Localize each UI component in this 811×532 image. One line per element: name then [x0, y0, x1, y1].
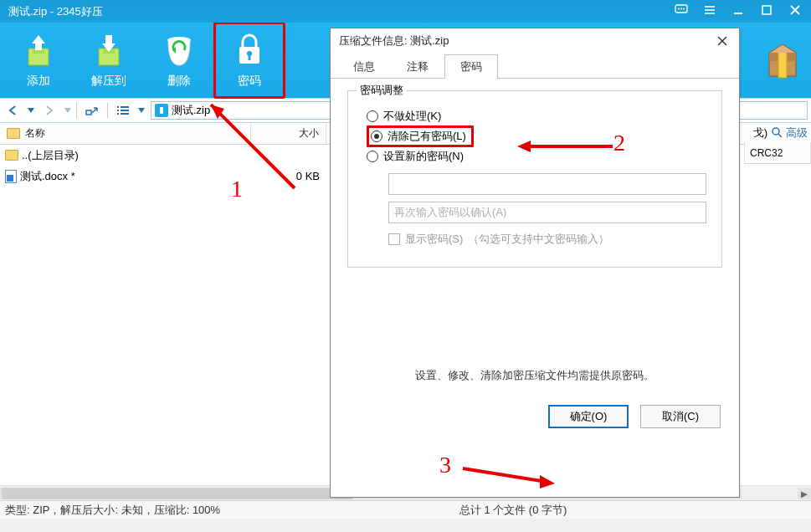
status-bar: 类型: ZIP，解压后大小: 未知，压缩比: 100% 总计 1 个文件 (0 … [0, 500, 811, 519]
back-button[interactable] [0, 99, 25, 122]
tab-info[interactable]: 信息 [337, 54, 391, 79]
group-legend: 密码调整 [357, 83, 407, 98]
dialog-body: 密码调整 不做处理(K) 清除已有密码(L) 设置新的密码(N) 再次输入密码以… [331, 79, 739, 391]
dialog-titlebar: 压缩文件信息: 测试.zip [331, 28, 739, 54]
extract-button[interactable]: 解压到 [74, 23, 144, 98]
scroll-right-arrow[interactable]: ► [798, 488, 811, 499]
status-left: 类型: ZIP，解压后大小: 未知，压缩比: 100% [5, 503, 220, 518]
close-button[interactable] [781, 0, 809, 20]
svg-line-31 [778, 134, 782, 137]
delete-label: 删除 [167, 74, 191, 89]
maximize-button[interactable] [752, 0, 781, 20]
docx-icon [5, 170, 17, 183]
svg-line-34 [211, 105, 295, 188]
delete-button[interactable]: 删除 [144, 23, 214, 98]
password-label: 密码 [238, 74, 261, 89]
trash-icon [159, 32, 199, 69]
password-confirm-field[interactable]: 再次输入密码以确认(A) [388, 202, 706, 223]
annotation-2: 2 [613, 130, 625, 156]
lock-icon [229, 32, 269, 69]
annotation-arrow-1 [194, 92, 311, 192]
password-group: 密码调整 不做处理(K) 清除已有密码(L) 设置新的密码(N) 再次输入密码以… [347, 90, 722, 268]
svg-rect-21 [778, 49, 787, 78]
extract-label: 解压到 [91, 74, 126, 89]
radio-icon [371, 130, 382, 142]
annotation-1: 1 [231, 176, 243, 202]
dialog-close-button[interactable] [714, 33, 731, 49]
col-name-label: 名称 [25, 126, 45, 141]
folder-icon [5, 150, 18, 161]
col-crc-label: CRC32 [750, 147, 783, 159]
password-dialog: 压缩文件信息: 测试.zip 信息 注释 密码 密码调整 不做处理(K) 清除已… [330, 28, 740, 498]
dialog-buttons: 确定(O) 取消(C) [331, 391, 739, 442]
view-dropdown[interactable] [136, 108, 147, 113]
show-password-label: 显示密码(S) [405, 232, 463, 247]
svg-marker-37 [517, 141, 531, 152]
tab-comment[interactable]: 注释 [391, 54, 444, 79]
show-password-hint: （勾选可支持中文密码输入） [468, 232, 609, 247]
svg-rect-8 [762, 6, 771, 14]
search-area: 戈) 高级 [750, 123, 811, 143]
annotation-arrow-3 [456, 462, 565, 490]
svg-line-38 [463, 468, 547, 482]
folder-header-icon [7, 128, 20, 139]
minimize-button[interactable] [724, 0, 752, 20]
svg-rect-18 [249, 54, 251, 60]
up-button[interactable] [80, 99, 105, 122]
status-mid: 总计 1 个文件 (0 字节) [220, 503, 806, 518]
menu-icon[interactable] [696, 0, 724, 20]
col-crc[interactable]: CRC32 [744, 142, 811, 164]
radio-icon [367, 151, 378, 162]
dialog-note: 设置、修改、清除加密压缩文件均需提供原密码。 [347, 368, 722, 383]
radio-icon [367, 110, 378, 122]
search-icon[interactable] [771, 126, 783, 141]
radio-none-label: 不做处理(K) [383, 109, 441, 124]
advanced-link[interactable]: 高级 [786, 125, 808, 141]
row-name: ..(上层目录) [22, 148, 79, 163]
svg-point-2 [680, 8, 682, 10]
annotation-3: 3 [439, 452, 451, 478]
chat-icon[interactable] [667, 0, 696, 20]
add-icon [18, 32, 59, 69]
extract-icon [89, 32, 129, 69]
add-label: 添加 [27, 74, 50, 89]
window-title: 测试.zip - 2345好压 [8, 4, 103, 19]
row-name: 测试.docx * [20, 169, 75, 184]
dialog-title: 压缩文件信息: 测试.zip [339, 33, 449, 49]
titlebar: 测试.zip - 2345好压 [0, 0, 811, 23]
password-button[interactable]: 密码 [214, 23, 285, 98]
tab-password[interactable]: 密码 [444, 54, 498, 79]
svg-rect-29 [160, 107, 163, 114]
forward-dropdown[interactable] [62, 108, 74, 113]
view-button[interactable] [110, 99, 136, 122]
brand-icon [757, 23, 808, 98]
ok-button[interactable]: 确定(O) [548, 405, 629, 428]
forward-button[interactable] [37, 99, 62, 122]
radio-clear-label: 清除已有密码(L) [388, 129, 466, 144]
dialog-tabs: 信息 注释 密码 [331, 54, 739, 79]
cancel-button[interactable]: 取消(C) [640, 405, 721, 428]
svg-point-30 [773, 128, 779, 135]
search-hint-partial: 戈) [753, 125, 767, 141]
back-dropdown[interactable] [25, 108, 37, 113]
radio-set-label: 设置新的密码(N) [383, 149, 464, 164]
add-button[interactable]: 添加 [3, 23, 74, 98]
svg-point-1 [678, 8, 680, 10]
show-password-checkbox[interactable] [388, 233, 400, 245]
svg-point-3 [683, 8, 685, 10]
window-controls [667, 0, 809, 20]
zip-file-icon [155, 104, 168, 117]
radio-none[interactable]: 不做处理(K) [367, 106, 703, 126]
scroll-thumb[interactable] [2, 488, 353, 499]
password-field[interactable] [388, 173, 706, 195]
svg-marker-39 [540, 475, 555, 489]
annotation-arrow-2 [512, 136, 621, 157]
